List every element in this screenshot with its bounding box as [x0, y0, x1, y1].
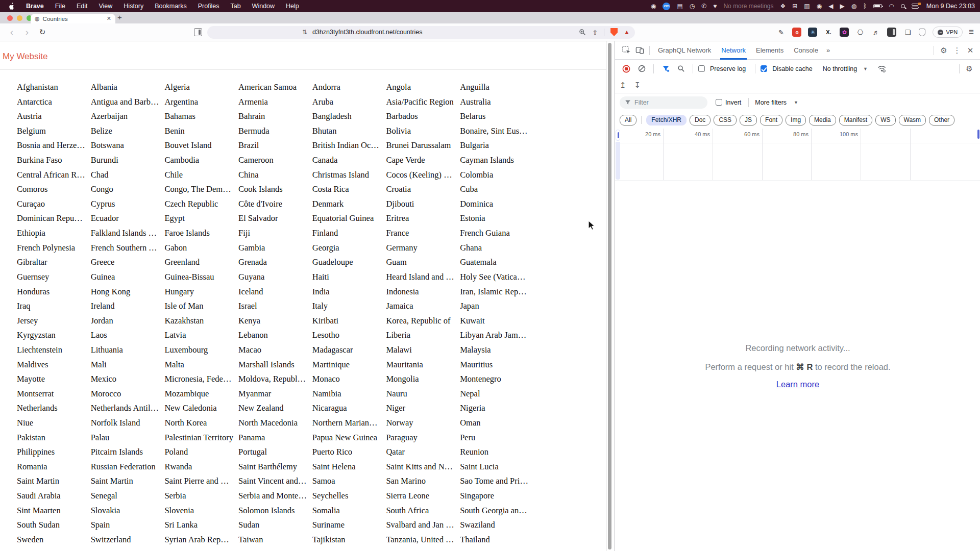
menu-brave[interactable]: Brave [20, 3, 50, 10]
share-icon[interactable]: ⇧ [592, 29, 598, 36]
invert-checkbox[interactable] [716, 99, 722, 106]
menu-window[interactable]: Window [247, 3, 280, 10]
chip-img[interactable]: Img [786, 115, 806, 126]
menu-profiles[interactable]: Profiles [192, 3, 225, 10]
music-ext-icon[interactable]: ♬ [871, 28, 880, 37]
throttling-select[interactable]: No throttling [823, 65, 857, 72]
menu-help[interactable]: Help [280, 3, 305, 10]
docsearch-ext-icon[interactable]: ❏ [903, 28, 912, 37]
menubar-clock[interactable]: Mon 9 Dec 23:03 [926, 3, 975, 10]
back-button[interactable]: ‹ [4, 27, 19, 38]
devtools-tab-network[interactable]: Network [716, 41, 751, 60]
control-center-icon[interactable] [912, 4, 919, 9]
brave-rewards-icon[interactable]: ▲ [624, 29, 630, 35]
menu-file[interactable]: File [50, 3, 71, 10]
zoom-app-icon[interactable]: zm [663, 3, 670, 10]
forward-button[interactable]: › [19, 27, 35, 38]
devtools-kebab-menu-icon[interactable]: ⋮ [950, 44, 964, 57]
reload-button[interactable]: ↻ [35, 28, 50, 37]
preserve-log-checkbox[interactable] [698, 65, 705, 72]
call-icon[interactable]: ✆ [701, 3, 706, 9]
play-icon[interactable]: ▶ [840, 3, 844, 9]
devtools-close-icon[interactable]: ✕ [964, 44, 977, 57]
menu-view[interactable]: View [93, 3, 118, 10]
minimize-window-button[interactable] [17, 15, 22, 21]
more-filters-button[interactable]: More filters [755, 99, 787, 106]
menu-history[interactable]: History [118, 3, 149, 10]
red-ext-icon[interactable]: o [792, 28, 801, 37]
chip-doc[interactable]: Doc [690, 115, 710, 126]
screen-record-icon[interactable]: ◉ [817, 3, 822, 9]
more-filters-caret-icon[interactable]: ▼ [794, 100, 798, 105]
clock-lock-icon[interactable]: ◷ [690, 3, 695, 9]
flower-ext-icon[interactable]: ✿ [840, 28, 849, 37]
network-conditions-icon[interactable] [875, 62, 888, 76]
x-ext-icon[interactable]: X. [824, 28, 833, 37]
new-tab-button[interactable]: + [117, 13, 122, 21]
record-network-log-icon[interactable] [620, 62, 633, 76]
chip-css[interactable]: CSS [714, 115, 737, 126]
devtools-tab-elements[interactable]: Elements [751, 41, 789, 60]
brave-shields-icon[interactable] [610, 28, 618, 36]
menu-tab[interactable]: Tab [225, 3, 246, 10]
heart-icon[interactable]: ♥ [713, 3, 717, 9]
export-har-icon[interactable]: ↧ [634, 81, 641, 90]
apple-menu-icon[interactable] [8, 3, 14, 10]
sidebar-icon[interactable] [194, 28, 202, 36]
tiles-icon[interactable]: ▥ [804, 3, 810, 9]
tab-close-icon[interactable]: ✕ [107, 15, 111, 22]
devtools-settings-icon[interactable]: ⚙ [937, 44, 950, 57]
filter-network-icon[interactable] [659, 62, 672, 76]
search-network-icon[interactable] [674, 62, 688, 76]
keyboard-icon[interactable]: ▤ [677, 3, 682, 9]
chip-fetch-xhr[interactable]: Fetch/XHR [646, 115, 687, 126]
chip-other[interactable]: Other [929, 115, 954, 126]
chip-manifest[interactable]: Manifest [839, 115, 872, 126]
url-text[interactable]: d3hzn3tyfnt3th.cloudfront.net/countries [312, 29, 422, 36]
volume-icon[interactable]: ◀ [828, 3, 833, 9]
network-settings-icon[interactable]: ⚙ [963, 62, 976, 76]
chip-font[interactable]: Font [760, 115, 782, 126]
menu-edit[interactable]: Edit [71, 3, 93, 10]
site-settings-icon[interactable]: ⇅ [302, 29, 307, 36]
more-tabs-icon[interactable]: » [823, 46, 834, 54]
wifi-icon[interactable]: ◠ [889, 3, 894, 9]
address-bar[interactable]: ⇅ d3hzn3tyfnt3th.cloudfront.net/countrie… [207, 26, 635, 39]
device-toolbar-icon[interactable] [633, 44, 646, 57]
grid-icon[interactable]: ⊞ [792, 3, 797, 9]
bluetooth-icon[interactable]: ᛒ [863, 3, 867, 9]
record-icon[interactable]: ◉ [651, 3, 656, 9]
browser-tab[interactable]: ◍ Countries ✕ [31, 14, 115, 23]
pencil-ext-icon[interactable]: ✎ [776, 28, 786, 37]
chip-wasm[interactable]: Wasm [899, 115, 926, 126]
learn-more-link[interactable]: Learn more [776, 380, 819, 389]
panel-ext-icon[interactable] [887, 28, 896, 37]
inspect-element-icon[interactable] [620, 44, 633, 57]
chip-all[interactable]: All [620, 115, 636, 126]
clear-network-log-icon[interactable] [635, 62, 648, 76]
octagon-ext-icon[interactable]: ⎔ [855, 28, 865, 37]
page-scrollbar-thumb[interactable] [608, 43, 611, 549]
shield-ext-icon[interactable] [919, 29, 925, 36]
devtools-tab-graphql-network[interactable]: GraphQL Network [653, 41, 716, 60]
chip-media[interactable]: Media [809, 115, 836, 126]
menu-bookmarks[interactable]: Bookmarks [149, 3, 192, 10]
account-icon[interactable]: ◍ [851, 3, 856, 9]
close-window-button[interactable] [7, 15, 13, 21]
timeline-left-handle[interactable] [616, 130, 620, 141]
pointer-icon[interactable]: ❖ [780, 3, 786, 9]
chip-js[interactable]: JS [740, 115, 757, 126]
filter-input[interactable] [634, 99, 696, 106]
import-har-icon[interactable]: ↥ [620, 81, 626, 90]
browser-menu-icon[interactable]: ≡ [969, 27, 974, 37]
devtools-tab-console[interactable]: Console [789, 41, 823, 60]
vpn-button[interactable]: − VPN [933, 27, 963, 38]
timeline-right-handle[interactable] [977, 130, 979, 139]
battery-icon[interactable] [873, 4, 882, 8]
snowflake-ext-icon[interactable]: ✳ [808, 28, 817, 37]
search-icon[interactable] [901, 4, 905, 8]
zoom-page-icon[interactable] [579, 29, 586, 36]
throttling-caret-icon[interactable]: ▼ [863, 66, 868, 71]
filter-pill[interactable] [620, 96, 707, 109]
chip-ws[interactable]: WS [875, 115, 895, 126]
